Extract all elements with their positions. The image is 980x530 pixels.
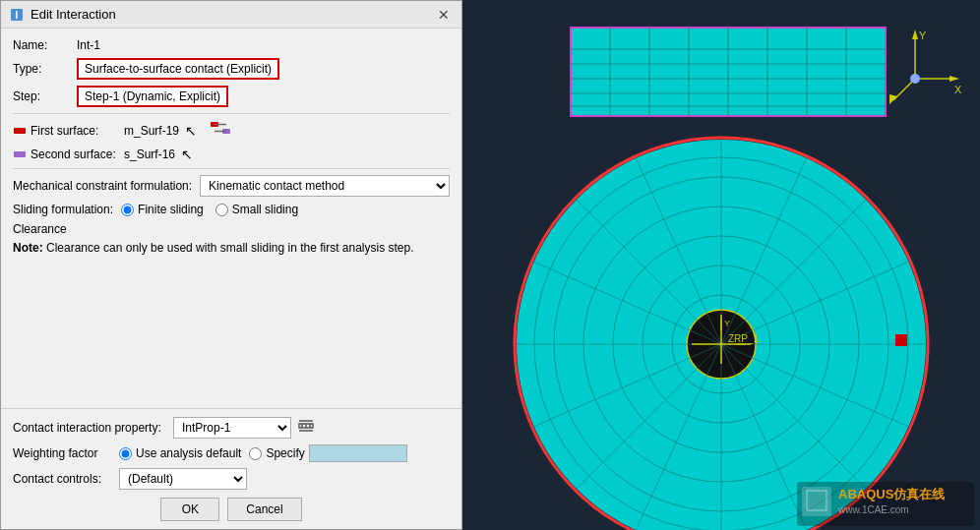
svg-point-53 bbox=[910, 74, 920, 84]
swap-icon bbox=[209, 120, 232, 136]
sliding-radio-group: Finite sliding Small sliding bbox=[121, 203, 298, 216]
mechanical-constraint-select[interactable]: Kinematic contact method Penalty contact… bbox=[200, 175, 450, 197]
step-label: Step: bbox=[13, 89, 77, 103]
edit-property-icon bbox=[297, 418, 315, 436]
first-surface-value: m_Surf-19 bbox=[124, 124, 179, 138]
edit-interaction-dialog: I Edit Interaction ✕ Name: Int-1 Type: S… bbox=[0, 0, 462, 530]
name-value: Int-1 bbox=[77, 38, 100, 52]
specify-label: Specify bbox=[266, 446, 304, 460]
small-sliding-radio[interactable] bbox=[215, 204, 228, 216]
specify-input-field[interactable] bbox=[309, 444, 407, 462]
second-surface-label: Second surface: bbox=[31, 147, 124, 161]
viewport-panel: Y X ZRP_1. Y bbox=[462, 0, 980, 530]
svg-text:www.1CAE.com: www.1CAE.com bbox=[837, 504, 909, 515]
finite-sliding-radio[interactable] bbox=[121, 204, 134, 216]
name-label: Name: bbox=[13, 38, 77, 52]
contact-controls-row: Contact controls: (Default) bbox=[13, 468, 450, 490]
name-row: Name: Int-1 bbox=[13, 38, 450, 52]
first-surface-icon bbox=[13, 124, 27, 138]
finite-sliding-label: Finite sliding bbox=[138, 203, 204, 216]
dialog-title-left: I Edit Interaction bbox=[9, 7, 116, 23]
ok-cancel-row: OK Cancel bbox=[13, 498, 450, 521]
type-label: Type: bbox=[13, 62, 77, 76]
ok-button[interactable]: OK bbox=[160, 498, 219, 521]
small-sliding-option[interactable]: Small sliding bbox=[215, 203, 298, 216]
type-value: Surface-to-surface contact (Explicit) bbox=[77, 58, 279, 80]
contact-controls-select[interactable]: (Default) bbox=[119, 468, 247, 490]
specify-option[interactable]: Specify bbox=[249, 446, 304, 460]
second-surface-icon bbox=[13, 147, 27, 161]
sliding-formulation-label: Sliding formulation: bbox=[13, 203, 113, 216]
spacer bbox=[13, 261, 450, 320]
finite-sliding-option[interactable]: Finite sliding bbox=[121, 203, 204, 216]
note-content: Clearance can only be used with small sl… bbox=[46, 241, 414, 255]
separator-2 bbox=[13, 168, 450, 169]
svg-rect-54 bbox=[895, 334, 907, 346]
dialog-titlebar: I Edit Interaction ✕ bbox=[1, 1, 461, 29]
note-text: Note: Clearance can only be used with sm… bbox=[13, 240, 450, 257]
first-surface-label: First surface: bbox=[31, 124, 124, 138]
contact-prop-select[interactable]: IntProp-1 bbox=[173, 417, 291, 439]
swap-surfaces-button[interactable] bbox=[209, 120, 232, 141]
use-analysis-default-radio[interactable] bbox=[119, 447, 132, 460]
second-surface-row: Second surface: s_Surf-16 ↖ bbox=[13, 147, 450, 162]
svg-text:ZRP_1.: ZRP_1. bbox=[728, 333, 762, 344]
dialog-content: Name: Int-1 Type: Surface-to-surface con… bbox=[1, 29, 461, 408]
svg-text:Y: Y bbox=[919, 29, 927, 41]
weighting-factor-row: Weighting factor Use analysis default Sp… bbox=[13, 444, 450, 462]
mechanical-constraint-row: Mechanical constraint formulation: Kinem… bbox=[13, 175, 450, 197]
viewport-svg: Y X ZRP_1. Y bbox=[462, 0, 980, 530]
use-analysis-default-label: Use analysis default bbox=[136, 446, 241, 460]
edit-property-button[interactable] bbox=[297, 418, 315, 439]
second-surface-value: s_Surf-16 bbox=[124, 147, 175, 161]
contact-prop-label: Contact interaction property: bbox=[13, 421, 165, 435]
svg-rect-7 bbox=[14, 151, 26, 157]
use-analysis-default-option[interactable]: Use analysis default bbox=[119, 446, 241, 460]
contact-prop-row: Contact interaction property: IntProp-1 bbox=[13, 417, 450, 439]
step-row: Step: Step-1 (Dynamic, Explicit) bbox=[13, 86, 450, 107]
bottom-section: Contact interaction property: IntProp-1 … bbox=[1, 408, 461, 529]
dialog-title-text: Edit Interaction bbox=[31, 7, 116, 22]
cancel-button[interactable]: Cancel bbox=[227, 498, 301, 521]
clearance-title: Clearance bbox=[13, 222, 450, 236]
step-value: Step-1 (Dynamic, Explicit) bbox=[77, 86, 228, 107]
specify-radio[interactable] bbox=[249, 447, 262, 460]
second-surface-cursor-icon: ↖ bbox=[181, 147, 193, 162]
separator-1 bbox=[13, 113, 450, 114]
first-surface-cursor-icon: ↖ bbox=[185, 123, 197, 139]
svg-text:I: I bbox=[16, 10, 19, 21]
clearance-section: Clearance Note: Clearance can only be us… bbox=[13, 222, 450, 257]
contact-controls-label: Contact controls: bbox=[13, 472, 111, 486]
svg-text:Y: Y bbox=[724, 319, 730, 328]
svg-text:ABAQUS仿真在线: ABAQUS仿真在线 bbox=[838, 487, 946, 501]
type-row: Type: Surface-to-surface contact (Explic… bbox=[13, 58, 450, 80]
sliding-formulation-row: Sliding formulation: Finite sliding Smal… bbox=[13, 203, 450, 216]
first-surface-row: First surface: m_Surf-19 ↖ bbox=[13, 120, 450, 141]
dialog-icon: I bbox=[9, 7, 25, 23]
mechanical-constraint-label: Mechanical constraint formulation: bbox=[13, 179, 192, 193]
svg-rect-2 bbox=[14, 128, 26, 134]
small-sliding-label: Small sliding bbox=[232, 203, 298, 216]
weighting-factor-label: Weighting factor bbox=[13, 446, 111, 460]
close-button[interactable]: ✕ bbox=[434, 5, 454, 25]
svg-text:X: X bbox=[954, 84, 962, 95]
note-bold: Note: bbox=[13, 241, 43, 255]
